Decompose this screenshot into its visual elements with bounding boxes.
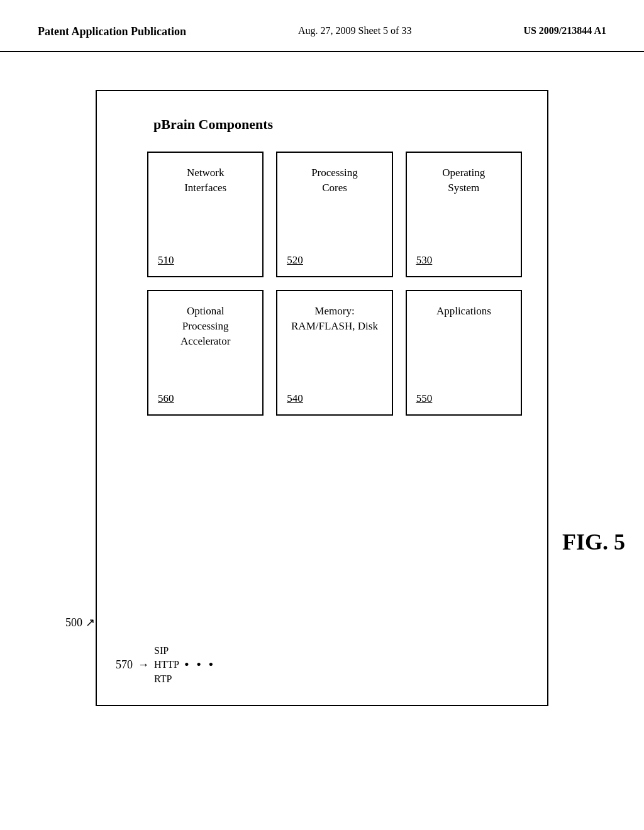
box-550-title: Applications — [416, 304, 511, 319]
header-center: Aug. 27, 2009 Sheet 5 of 33 — [298, 25, 411, 36]
box-560-number: 560 — [158, 392, 253, 405]
diagram-500-label: 500 ↗ — [65, 616, 95, 629]
header-right: US 2009/213844 A1 — [523, 25, 606, 36]
box-applications: Applications 550 — [406, 290, 522, 416]
box-510-title: NetworkInterfaces — [158, 165, 253, 196]
box-operating-system: OperatingSystem 530 — [406, 152, 522, 277]
pbrain-label: pBrain Components — [153, 116, 522, 133]
protocols-570-label: 570 — [116, 658, 133, 672]
box-550-number: 550 — [416, 392, 511, 405]
box-540-number: 540 — [287, 392, 382, 405]
page-content: pBrain Components NetworkInterfaces 510 … — [0, 52, 644, 744]
box-530-title: OperatingSystem — [416, 165, 511, 196]
box-510-number: 510 — [158, 254, 253, 267]
page-header: Patent Application Publication Aug. 27, … — [0, 0, 644, 52]
box-530-number: 530 — [416, 254, 511, 267]
box-520-number: 520 — [287, 254, 382, 267]
header-left: Patent Application Publication — [38, 25, 186, 38]
protocols-text: SIPHTTPRTP — [154, 644, 179, 686]
arrow-icon: → — [138, 658, 149, 672]
box-540-title: Memory:RAM/FLASH, Disk — [287, 304, 382, 334]
box-optional-processing: OptionalProcessingAccelerator 560 — [147, 290, 264, 416]
outer-container: pBrain Components NetworkInterfaces 510 … — [96, 90, 548, 706]
boxes-grid: NetworkInterfaces 510 ProcessingCores 52… — [147, 152, 522, 416]
box-network-interfaces: NetworkInterfaces 510 — [147, 152, 264, 277]
protocols-dots: • • • — [184, 656, 215, 673]
box-520-title: ProcessingCores — [287, 165, 382, 196]
fig-label: FIG. 5 — [562, 529, 625, 555]
protocols-area: 570 → SIPHTTPRTP • • • — [116, 644, 215, 686]
box-processing-cores: ProcessingCores 520 — [276, 152, 392, 277]
box-memory: Memory:RAM/FLASH, Disk 540 — [276, 290, 392, 416]
box-560-title: OptionalProcessingAccelerator — [158, 304, 253, 348]
